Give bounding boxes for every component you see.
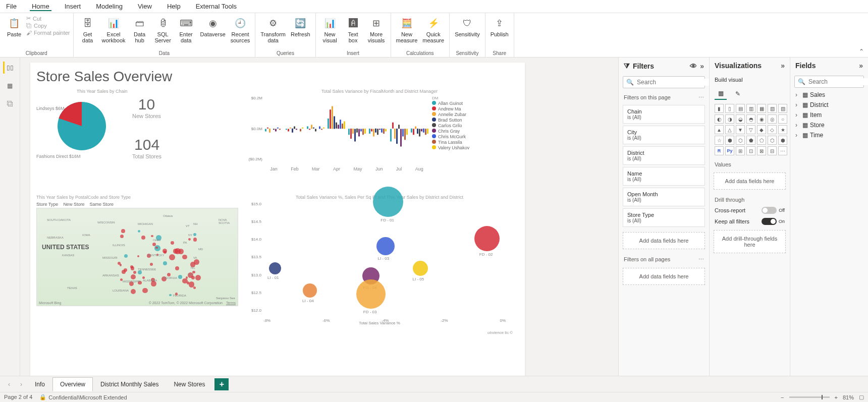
keep-filters-toggle[interactable]: [762, 218, 777, 225]
bubble-fd---01[interactable]: [373, 187, 403, 217]
model-view-button[interactable]: ⿻: [4, 98, 16, 110]
map-point[interactable]: [131, 266, 135, 270]
viz-type-22[interactable]: ⬢: [725, 136, 734, 145]
filter-card-city[interactable]: Cityis (All): [623, 126, 705, 144]
viz-type-2[interactable]: ▤: [736, 104, 745, 113]
quick-button[interactable]: ⚡Quickmeasure: [420, 15, 446, 44]
viz-type-34[interactable]: ⋯: [778, 146, 787, 155]
map-point[interactable]: [151, 235, 153, 237]
map-point[interactable]: [191, 276, 195, 280]
map-point[interactable]: [178, 275, 182, 279]
viz-type-20[interactable]: ★: [778, 125, 787, 134]
legend-chris-mcgurk[interactable]: Chris McGurk: [432, 134, 469, 139]
data-view-button[interactable]: ▦: [4, 80, 16, 92]
legend-chris-gray[interactable]: Chris Gray: [432, 129, 469, 134]
tab-prev-button[interactable]: ‹: [3, 381, 15, 388]
map-point[interactable]: [193, 238, 197, 242]
filters-dropzone-all[interactable]: Add data fields here: [623, 268, 705, 285]
filter-card-district[interactable]: Districtis (All): [623, 146, 705, 165]
page-tab-overview[interactable]: Overview: [52, 377, 93, 391]
map-point[interactable]: [120, 264, 122, 266]
publish-button[interactable]: ⇪ Publish: [489, 15, 511, 38]
more-button[interactable]: ⊞Morevisuals: [365, 15, 388, 44]
viz-type-11[interactable]: ◉: [757, 114, 766, 124]
filters-search[interactable]: 🔍: [623, 76, 705, 88]
legend-allan-guinot[interactable]: Allan Guinot: [432, 101, 469, 106]
map-point[interactable]: [188, 238, 191, 241]
report-canvas[interactable]: Store Sales Overview This Year Sales by …: [20, 58, 618, 376]
legend-carlos-grilo[interactable]: Carlos Grilo: [432, 123, 469, 128]
fit-page-button[interactable]: ▢: [859, 394, 864, 400]
measure-button[interactable]: 🧮Newmeasure: [394, 15, 420, 44]
viz-type-10[interactable]: ◓: [746, 114, 755, 124]
field-table-sales[interactable]: ›▦Sales: [790, 90, 868, 100]
menu-modeling[interactable]: Modeling: [94, 2, 125, 11]
viz-type-28[interactable]: R: [715, 146, 724, 155]
viz-type-13[interactable]: ○: [778, 114, 787, 124]
cross-report-toggle[interactable]: [762, 207, 777, 214]
map-point[interactable]: [133, 271, 136, 274]
legend-valery-ushakov[interactable]: Valery Ushakov: [432, 145, 469, 150]
map-point[interactable]: [142, 288, 148, 294]
zoom-slider[interactable]: [789, 396, 830, 398]
viz-type-30[interactable]: ⊞: [736, 146, 745, 155]
map-point[interactable]: [167, 273, 171, 276]
viz-type-27[interactable]: ⬢: [778, 136, 787, 145]
legend-annelie-zubar[interactable]: Annelie Zubar: [432, 112, 469, 117]
bubble-li---05[interactable]: [413, 261, 428, 276]
pie-kpi-visual[interactable]: This Year Sales by Chain Lindseys $6M Fa…: [36, 89, 238, 190]
viz-type-16[interactable]: ▼: [736, 125, 745, 134]
get-button[interactable]: 🗄Getdata: [77, 15, 99, 44]
map-point[interactable]: [124, 268, 127, 272]
visual-button[interactable]: 📊Newvisual: [319, 15, 341, 44]
viz-type-19[interactable]: ◇: [768, 125, 777, 134]
viz-type-26[interactable]: ⬡: [768, 136, 777, 145]
viz-type-12[interactable]: ◎: [768, 114, 777, 124]
map-point[interactable]: [150, 263, 153, 266]
map-point[interactable]: [171, 241, 174, 245]
map-point[interactable]: [187, 281, 190, 284]
map-point[interactable]: [120, 235, 124, 238]
map-point[interactable]: [169, 294, 172, 297]
menu-external-tools[interactable]: External Tools: [194, 2, 239, 11]
report-view-button[interactable]: ▯▯: [3, 62, 15, 74]
map-point[interactable]: [169, 254, 175, 260]
zoom-out-button[interactable]: −: [781, 394, 784, 400]
map-terms[interactable]: Terms: [226, 301, 236, 305]
collapse-fields-button[interactable]: »: [859, 62, 863, 70]
map-point[interactable]: [192, 271, 195, 273]
map-point[interactable]: [182, 255, 187, 260]
menu-home[interactable]: Home: [30, 2, 51, 11]
map-point[interactable]: [131, 289, 136, 294]
more-icon[interactable]: ⋯: [698, 94, 704, 101]
format-painter-button[interactable]: 🖌Format painter: [26, 30, 70, 36]
legend-andrew-ma[interactable]: Andrew Ma: [432, 106, 469, 111]
filters-dropzone-page[interactable]: Add data fields here: [623, 232, 705, 249]
eye-icon[interactable]: 👁: [690, 62, 697, 70]
map-point[interactable]: [195, 275, 201, 280]
bubble-li---04[interactable]: [303, 283, 317, 298]
viz-type-25[interactable]: ⬠: [757, 136, 766, 145]
map-point[interactable]: [121, 229, 125, 233]
values-dropzone[interactable]: Add data fields here: [714, 173, 786, 190]
menu-file[interactable]: File: [4, 2, 19, 11]
legend-tina-lassila[interactable]: Tina Lassila: [432, 140, 469, 145]
filter-card-chain[interactable]: Chainis (All): [623, 105, 705, 124]
map-point[interactable]: [186, 276, 188, 279]
map-point[interactable]: [178, 249, 184, 254]
viz-type-31[interactable]: ⊡: [746, 146, 755, 155]
field-table-district[interactable]: ›▦District: [790, 100, 868, 110]
menu-help[interactable]: Help: [165, 2, 183, 11]
filter-card-open-month[interactable]: Open Monthis (All): [623, 188, 705, 206]
tab-next-button[interactable]: ›: [15, 381, 27, 388]
viz-type-15[interactable]: △: [725, 125, 734, 134]
page-tab-district-monthly-sales[interactable]: District Monthly Sales: [93, 377, 166, 391]
bar-visual[interactable]: Total Sales Variance by FiscalMonth and …: [243, 89, 516, 190]
cut-button[interactable]: ✂Cut: [26, 15, 70, 22]
more-icon[interactable]: ⋯: [698, 256, 704, 263]
viz-type-33[interactable]: ⊟: [768, 146, 777, 155]
field-table-store[interactable]: ›▦Store: [790, 120, 868, 130]
page-tab-new-stores[interactable]: New Stores: [166, 377, 212, 391]
collapse-viz-button[interactable]: »: [781, 62, 785, 70]
map-point[interactable]: [163, 261, 167, 265]
